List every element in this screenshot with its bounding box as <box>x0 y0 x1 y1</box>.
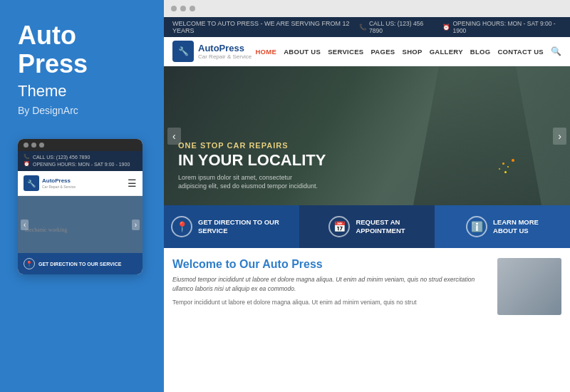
clock-icon: ⏰ <box>24 161 30 167</box>
cta-learn-more[interactable]: ℹ️ LEARN MOREABOUT US <box>435 205 570 248</box>
cta-appointment[interactable]: 📅 REQUEST ANAPPOINTMENT <box>299 205 435 248</box>
mobile-hours-text: OPENING HOURS: MON - SAT 9:00 - 1900 <box>33 162 130 167</box>
nav-link-blog[interactable]: BLOG <box>470 48 491 56</box>
mobile-cta-icon: 📍 <box>24 258 35 269</box>
welcome-title-static: Welcome to Our <box>172 258 259 270</box>
spark-1 <box>502 163 504 165</box>
site-topbar-right: 📞 CALL US: (123) 456 7890 ⏰ OPENING HOUR… <box>359 20 561 34</box>
calendar-icon: 📅 <box>328 216 350 237</box>
mobile-hero-arrows: ‹ › <box>18 220 142 230</box>
welcome-paragraph-2: Tempor incididunt ut labore et dolore ma… <box>172 298 489 307</box>
info-icon: ℹ️ <box>466 216 487 237</box>
spark-2 <box>507 166 509 167</box>
mobile-top-bar <box>18 139 142 151</box>
welcome-text: Welcome to Our Auto Press Eiusmod tempor… <box>172 258 489 382</box>
welcome-image-inner <box>497 258 561 315</box>
site-topbar-welcome: WELCOME TO AUTO PRESS - WE ARE SERVING F… <box>172 20 359 34</box>
brand-subtitle: Theme <box>18 82 146 100</box>
browser-dot-2 <box>180 6 186 11</box>
welcome-image <box>497 258 561 315</box>
clock-icon-site: ⏰ <box>442 24 450 31</box>
welcome-section: Welcome to Our Auto Press Eiusmod tempor… <box>164 248 570 392</box>
spark-4 <box>499 168 500 170</box>
mobile-cta-bar: 📍 GET DIRECTION TO OUR SERVICE <box>18 253 142 274</box>
mobile-dot-3 <box>39 143 44 148</box>
site-hero: ONE STOP CAR REPAIRS IN YOUR LOCALITY Lo… <box>164 66 570 205</box>
cta-appointment-text: REQUEST ANAPPOINTMENT <box>356 218 405 236</box>
phone-icon: 📞 <box>24 154 30 160</box>
nav-link-services[interactable]: SERVICES <box>328 48 363 56</box>
welcome-title: Welcome to Our Auto Press <box>172 258 489 271</box>
hero-subtitle: ONE STOP CAR REPAIRS <box>178 141 326 150</box>
cta-learn-more-text: LEARN MOREABOUT US <box>493 218 539 236</box>
hero-arrow-left[interactable]: ‹ <box>167 128 181 145</box>
directions-icon: 📍 <box>171 216 192 237</box>
topbar-hours-text: OPENING HOURS: MON - SAT 9:00 - 1900 <box>452 20 561 34</box>
cta-directions-text: GET DIRECTION TO OUR SERVICE <box>198 218 292 236</box>
mobile-logo-name: AutoPress <box>42 177 76 185</box>
hero-description: Lorem ipsum dolor sit amet, consectetur … <box>178 173 321 191</box>
welcome-paragraph-1: Eiusmod tempor incididunt ut labore et d… <box>172 275 489 294</box>
cta-directions[interactable]: 📍 GET DIRECTION TO OUR SERVICE <box>164 205 299 248</box>
mobile-mockup: 📞 CALL US: (123) 456 7890 ⏰ OPENING HOUR… <box>18 139 142 274</box>
nav-link-about[interactable]: ABOUT US <box>284 48 321 56</box>
browser-chrome <box>164 0 570 17</box>
hero-content: ONE STOP CAR REPAIRS IN YOUR LOCALITY Lo… <box>164 141 326 205</box>
cta-bar: 📍 GET DIRECTION TO OUR SERVICE 📅 REQUEST… <box>164 205 570 248</box>
topbar-call: 📞 CALL US: (123) 456 7890 <box>359 20 432 34</box>
site-logo-sub: Car Repair & Service <box>198 53 252 60</box>
mobile-arrow-right[interactable]: › <box>132 220 140 230</box>
site-logo-name: AutoPress <box>198 43 252 53</box>
hero-title: IN YOUR LOCALITY <box>178 152 326 169</box>
right-panel: WELCOME TO AUTO PRESS - WE ARE SERVING F… <box>164 0 570 392</box>
topbar-hours: ⏰ OPENING HOURS: MON - SAT 9:00 - 1900 <box>442 20 561 34</box>
nav-link-home[interactable]: HOME <box>255 48 276 56</box>
mobile-logo-text-wrap: AutoPress Car Repair & Service <box>42 177 76 189</box>
hamburger-icon[interactable]: ☰ <box>128 177 137 189</box>
site-nav-links: HOME ABOUT US SERVICES PAGES SHOP GALLER… <box>255 46 561 56</box>
spark-3 <box>512 159 514 162</box>
spark-5 <box>504 171 507 173</box>
phone-icon-site: 📞 <box>359 24 367 31</box>
mobile-hours-row: ⏰ OPENING HOURS: MON - SAT 9:00 - 1900 <box>24 161 137 167</box>
site-navbar: 🔧 AutoPress Car Repair & Service HOME AB… <box>164 37 570 66</box>
topbar-call-text: CALL US: (123) 456 7890 <box>369 20 432 34</box>
nav-link-shop[interactable]: SHOP <box>403 48 423 56</box>
welcome-title-brand: Auto Press <box>262 258 322 270</box>
site-topbar: WELCOME TO AUTO PRESS - WE ARE SERVING F… <box>164 17 570 37</box>
mobile-hero: ‹ › <box>18 196 142 253</box>
hero-arrow-right[interactable]: › <box>553 128 566 145</box>
mobile-call-row: 📞 CALL US: (123) 456 7890 <box>24 154 137 160</box>
browser-dot-1 <box>171 6 177 11</box>
left-panel: Auto Press Theme By DesignArc 📞 CALL US:… <box>0 0 164 392</box>
nav-link-gallery[interactable]: GALLERY <box>430 48 463 56</box>
nav-link-pages[interactable]: PAGES <box>370 48 395 56</box>
nav-link-contact[interactable]: CONTACT US <box>497 48 544 56</box>
site-logo: 🔧 AutoPress Car Repair & Service <box>172 41 252 62</box>
mobile-logo: 🔧 AutoPress Car Repair & Service <box>24 175 76 191</box>
mobile-logo-icon: 🔧 <box>24 175 39 191</box>
mobile-dot-2 <box>31 143 36 148</box>
brand-title: Auto Press <box>18 21 146 78</box>
site-logo-text-wrap: AutoPress Car Repair & Service <box>198 43 252 60</box>
mobile-logo-sub: Car Repair & Service <box>42 185 76 189</box>
mobile-cta-text: GET DIRECTION TO OUR SERVICE <box>38 262 121 267</box>
mobile-arrow-left[interactable]: ‹ <box>21 220 28 230</box>
desktop-mockup: WELCOME TO AUTO PRESS - WE ARE SERVING F… <box>164 0 570 392</box>
browser-dot-3 <box>190 6 195 11</box>
mobile-dot-1 <box>24 143 28 148</box>
mobile-nav-bar: 🔧 AutoPress Car Repair & Service ☰ <box>18 171 142 196</box>
mobile-info-bar: 📞 CALL US: (123) 456 7890 ⏰ OPENING HOUR… <box>18 151 142 171</box>
brand-author: By DesignArc <box>18 105 146 116</box>
search-icon[interactable]: 🔍 <box>551 46 561 56</box>
mobile-call-text: CALL US: (123) 456 7890 <box>33 155 90 160</box>
site-logo-icon: 🔧 <box>172 41 194 62</box>
